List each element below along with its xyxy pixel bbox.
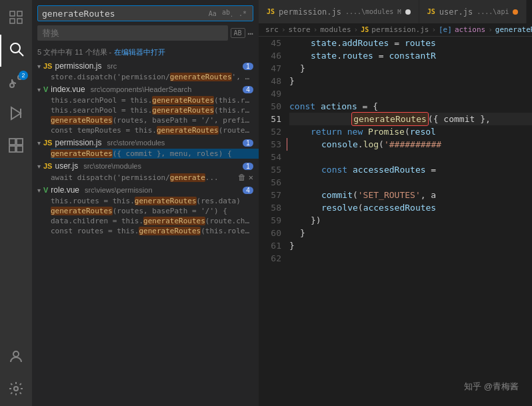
result-line[interactable]: store.dispatch('permission/generateRoute…: [51, 72, 259, 82]
code-line-45: state.addRoutes = routes: [289, 37, 532, 49]
svg-point-4: [11, 43, 20, 53]
result-line[interactable]: this.routes = this.generateRoutes(res.da…: [51, 196, 259, 206]
activity-bar: 2: [0, 0, 32, 406]
results-summary: 5 文件中有 11 个结果 -: [37, 47, 111, 57]
svg-rect-1: [17, 11, 22, 16]
code-line-58: resolve(accessedRoutes: [289, 201, 532, 214]
search-input[interactable]: [42, 9, 207, 19]
code-line-48: }: [289, 75, 532, 87]
svg-rect-13: [17, 146, 23, 152]
bc-src[interactable]: src: [265, 25, 279, 34]
result-line[interactable]: const tempRoutes = this.generateRoutes(r…: [51, 125, 259, 135]
search-options: Aa ab. .*: [207, 8, 249, 19]
activity-explorer[interactable]: [0, 3, 32, 35]
chevron-permission-2: [37, 139, 41, 147]
tab-user-js[interactable]: JS user.js ....\api: [419, 0, 527, 23]
result-line[interactable]: this.searchPool = this.generateRoutes(th…: [51, 105, 259, 115]
ln-48: 48: [259, 75, 281, 87]
file-header-permission-2[interactable]: JS permission.js src\store\modules 1: [32, 137, 259, 149]
tab-permission-1[interactable]: JS permission.js ....\modules M: [259, 0, 419, 23]
replace-row: AB ⋯: [37, 24, 253, 42]
account-icon: [8, 349, 24, 368]
bc-permission-file[interactable]: permission.js: [371, 25, 429, 34]
bc-generateroutes[interactable]: generateRoutes: [495, 25, 532, 34]
ln-62: 62: [259, 252, 281, 265]
activity-settings[interactable]: [0, 374, 32, 406]
result-line[interactable]: generateRoutes(routes, basePath = '/', p…: [51, 115, 259, 125]
file-name-index-vue: index.vue: [51, 85, 85, 94]
file-name-permission-2: permission.js: [55, 138, 101, 147]
svg-rect-0: [10, 11, 15, 16]
file-group-role-vue: V role.vue src\views\permission 4 this.r…: [32, 184, 259, 236]
activity-run[interactable]: [0, 99, 32, 131]
svg-rect-10: [9, 139, 15, 145]
tab-permission-active[interactable]: JS permission: [527, 0, 532, 23]
result-line[interactable]: const routes = this.generateRoutes(this.…: [51, 226, 259, 236]
match-case-btn[interactable]: Aa: [207, 9, 219, 18]
bc-store[interactable]: store: [289, 25, 311, 34]
search-icon: [9, 41, 25, 61]
result-lines-permission-2: generateRoutes({ commit }, menu, roles) …: [32, 149, 259, 159]
code-line-47: }: [289, 62, 532, 75]
vue-icon-role: V: [43, 186, 48, 194]
result-line[interactable]: await dispatch('permission/generate... 🗑…: [51, 172, 259, 183]
replace-ab-btn[interactable]: AB: [231, 28, 245, 38]
count-badge-permission-1: 1: [243, 63, 253, 70]
code-line-62: [289, 252, 532, 265]
code-line-57: commit('SET_ROUTES', a: [289, 189, 532, 201]
search-input-wrapper[interactable]: Aa ab. .*: [37, 5, 253, 21]
bc-actions[interactable]: actions: [455, 25, 485, 34]
extensions-icon: [8, 137, 24, 157]
tab-branch-1: M: [397, 9, 401, 15]
tab-dirty-2: [513, 9, 518, 15]
code-area: 45 46 47 48 49 50 51 52 53 54 55 56 57 5…: [259, 37, 532, 406]
open-in-editor-link[interactable]: 在编辑器中打开: [114, 47, 165, 57]
replace-input[interactable]: [42, 28, 223, 38]
bc-sep-2: ›: [313, 25, 318, 34]
file-path-role-vue: src\views\permission: [85, 186, 152, 194]
ln-60: 60: [259, 227, 281, 239]
file-name-role-vue: role.vue: [51, 185, 79, 195]
result-line[interactable]: this.searchPool = this.generateRoutes(th…: [51, 95, 259, 105]
activity-search[interactable]: [0, 35, 32, 67]
activity-source-control[interactable]: 2: [0, 67, 32, 99]
tab-label-1: permission.js: [279, 7, 341, 17]
search-header: Aa ab. .* AB ⋯: [32, 0, 259, 45]
file-header-user-js[interactable]: JS user.js src\store\modules 1: [32, 160, 259, 172]
close-icon[interactable]: ✕: [249, 173, 253, 182]
ln-59: 59: [259, 214, 281, 227]
tab-js-icon-1: JS: [267, 8, 275, 15]
discard-icon[interactable]: 🗑: [238, 173, 246, 182]
ln-49: 49: [259, 87, 281, 100]
file-header-permission-1[interactable]: JS permission.js src 1: [32, 60, 259, 72]
settings-icon: [8, 381, 24, 400]
js-icon-permission-2: JS: [43, 139, 52, 147]
line-numbers: 45 46 47 48 49 50 51 52 53 54 55 56 57 5…: [259, 37, 287, 406]
chevron-permission-1: [37, 63, 41, 70]
code-line-49: [289, 87, 532, 100]
svg-rect-11: [17, 139, 23, 145]
tab-label-2: user.js: [439, 7, 473, 17]
ln-56: 56: [259, 176, 281, 189]
file-header-index-vue[interactable]: V index.vue src\components\HeaderSearch …: [32, 83, 259, 95]
ln-53: 53: [259, 138, 281, 151]
result-line[interactable]: data.children = this.generateRoutes(rout…: [51, 216, 259, 226]
result-line[interactable]: generateRoutes(routes, basePath = '/') {: [51, 206, 259, 216]
results-list[interactable]: JS permission.js src 1 store.dispatch('p…: [32, 60, 259, 406]
file-header-role-vue[interactable]: V role.vue src\views\permission 4: [32, 184, 259, 196]
svg-point-14: [13, 351, 19, 357]
activity-extensions[interactable]: [0, 131, 32, 163]
code-line-54: [289, 151, 532, 163]
replace-input-wrapper[interactable]: [37, 25, 228, 41]
svg-rect-3: [17, 19, 22, 23]
regex-btn[interactable]: .*: [237, 9, 249, 18]
activity-account[interactable]: [0, 342, 32, 374]
replace-settings-btn[interactable]: ⋯: [248, 28, 253, 39]
chevron-user-js: [37, 163, 41, 170]
code-line-55: const accessedRoutes =: [289, 163, 532, 176]
bc-modules[interactable]: modules: [320, 25, 351, 34]
result-lines-user-js: await dispatch('permission/generate... 🗑…: [32, 172, 259, 183]
result-line-selected[interactable]: generateRoutes({ commit }, menu, roles) …: [51, 149, 259, 159]
result-lines-index-vue: this.searchPool = this.generateRoutes(th…: [32, 95, 259, 135]
match-word-btn[interactable]: ab.: [220, 8, 235, 19]
